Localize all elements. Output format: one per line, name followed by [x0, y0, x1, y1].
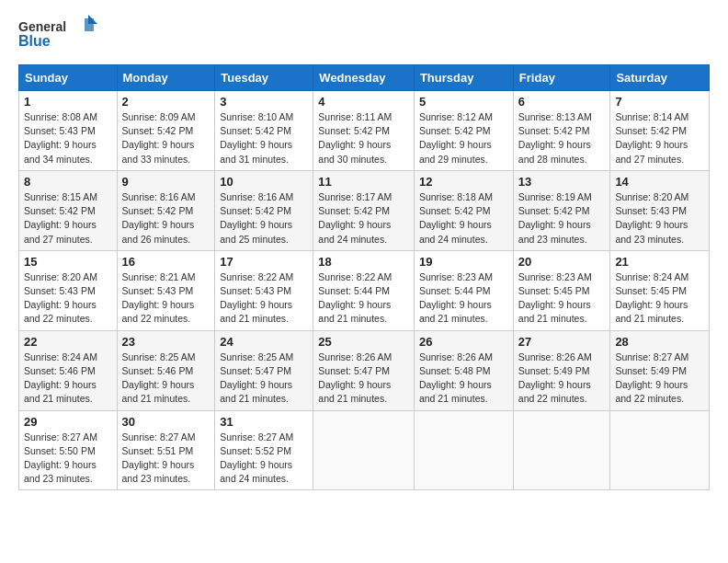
- day-info: Sunrise: 8:27 AMSunset: 5:49 PMDaylight:…: [615, 350, 704, 407]
- calendar-week-2: 8Sunrise: 8:15 AMSunset: 5:42 PMDaylight…: [19, 170, 710, 250]
- calendar-cell: [414, 410, 513, 490]
- day-number: 15: [24, 255, 112, 269]
- calendar-cell: 3Sunrise: 8:10 AMSunset: 5:42 PMDaylight…: [215, 91, 313, 171]
- day-info: Sunrise: 8:20 AMSunset: 5:43 PMDaylight:…: [615, 190, 704, 247]
- day-number: 11: [318, 175, 409, 189]
- calendar-cell: 10Sunrise: 8:16 AMSunset: 5:42 PMDayligh…: [215, 170, 313, 250]
- day-number: 12: [419, 175, 508, 189]
- logo-area: General Blue: [18, 15, 101, 55]
- calendar-cell: 19Sunrise: 8:23 AMSunset: 5:44 PMDayligh…: [414, 250, 513, 330]
- day-number: 22: [24, 335, 112, 349]
- calendar-cell: 8Sunrise: 8:15 AMSunset: 5:42 PMDaylight…: [19, 170, 118, 250]
- day-info: Sunrise: 8:17 AMSunset: 5:42 PMDaylight:…: [318, 190, 409, 247]
- day-info: Sunrise: 8:26 AMSunset: 5:48 PMDaylight:…: [419, 350, 508, 407]
- calendar-cell: 30Sunrise: 8:27 AMSunset: 5:51 PMDayligh…: [117, 410, 215, 490]
- day-info: Sunrise: 8:14 AMSunset: 5:42 PMDaylight:…: [615, 110, 704, 167]
- day-number: 4: [318, 95, 409, 109]
- calendar-header-row: SundayMondayTuesdayWednesdayThursdayFrid…: [19, 65, 710, 91]
- day-info: Sunrise: 8:26 AMSunset: 5:49 PMDaylight:…: [518, 350, 606, 407]
- day-info: Sunrise: 8:09 AMSunset: 5:42 PMDaylight:…: [122, 110, 210, 167]
- svg-marker-3: [88, 15, 97, 24]
- calendar-cell: 2Sunrise: 8:09 AMSunset: 5:42 PMDaylight…: [117, 91, 215, 171]
- day-info: Sunrise: 8:27 AMSunset: 5:51 PMDaylight:…: [122, 431, 210, 487]
- day-number: 29: [24, 415, 112, 429]
- svg-text:General: General: [18, 19, 66, 34]
- day-number: 16: [122, 255, 210, 269]
- day-info: Sunrise: 8:16 AMSunset: 5:42 PMDaylight:…: [220, 190, 308, 247]
- day-info: Sunrise: 8:25 AMSunset: 5:46 PMDaylight:…: [122, 350, 210, 407]
- calendar-cell: 29Sunrise: 8:27 AMSunset: 5:50 PMDayligh…: [19, 410, 118, 490]
- day-header-friday: Friday: [513, 65, 610, 91]
- day-number: 10: [220, 175, 308, 189]
- day-info: Sunrise: 8:26 AMSunset: 5:47 PMDaylight:…: [318, 350, 409, 407]
- calendar-cell: 15Sunrise: 8:20 AMSunset: 5:43 PMDayligh…: [19, 250, 118, 330]
- day-number: 17: [220, 255, 308, 269]
- day-info: Sunrise: 8:24 AMSunset: 5:45 PMDaylight:…: [615, 270, 704, 327]
- calendar-cell: 11Sunrise: 8:17 AMSunset: 5:42 PMDayligh…: [313, 170, 415, 250]
- day-info: Sunrise: 8:16 AMSunset: 5:42 PMDaylight:…: [122, 190, 210, 247]
- calendar-cell: 7Sunrise: 8:14 AMSunset: 5:42 PMDaylight…: [610, 91, 710, 171]
- day-header-saturday: Saturday: [610, 65, 710, 91]
- day-info: Sunrise: 8:19 AMSunset: 5:42 PMDaylight:…: [518, 190, 606, 247]
- calendar-cell: [513, 410, 610, 490]
- day-number: 14: [615, 175, 704, 189]
- calendar-cell: 1Sunrise: 8:08 AMSunset: 5:43 PMDaylight…: [19, 91, 118, 171]
- day-number: 5: [419, 95, 508, 109]
- day-info: Sunrise: 8:08 AMSunset: 5:43 PMDaylight:…: [24, 110, 112, 167]
- day-header-tuesday: Tuesday: [215, 65, 313, 91]
- calendar-cell: 23Sunrise: 8:25 AMSunset: 5:46 PMDayligh…: [117, 330, 215, 410]
- page: General Blue SundayMondayTuesdayWednesda…: [0, 0, 728, 505]
- day-number: 30: [122, 415, 210, 429]
- day-info: Sunrise: 8:11 AMSunset: 5:42 PMDaylight:…: [318, 110, 409, 167]
- day-header-wednesday: Wednesday: [313, 65, 415, 91]
- day-number: 8: [24, 175, 112, 189]
- general-blue-logo: General Blue: [18, 15, 101, 55]
- day-info: Sunrise: 8:15 AMSunset: 5:42 PMDaylight:…: [24, 190, 112, 247]
- day-number: 2: [122, 95, 210, 109]
- day-info: Sunrise: 8:18 AMSunset: 5:42 PMDaylight:…: [419, 190, 508, 247]
- calendar-cell: 16Sunrise: 8:21 AMSunset: 5:43 PMDayligh…: [117, 250, 215, 330]
- day-info: Sunrise: 8:22 AMSunset: 5:44 PMDaylight:…: [318, 270, 409, 327]
- day-number: 28: [615, 335, 704, 349]
- header: General Blue: [18, 15, 710, 55]
- day-header-monday: Monday: [117, 65, 215, 91]
- calendar-cell: 24Sunrise: 8:25 AMSunset: 5:47 PMDayligh…: [215, 330, 313, 410]
- calendar-cell: 13Sunrise: 8:19 AMSunset: 5:42 PMDayligh…: [513, 170, 610, 250]
- day-number: 1: [24, 95, 112, 109]
- day-number: 18: [318, 255, 409, 269]
- calendar-cell: 5Sunrise: 8:12 AMSunset: 5:42 PMDaylight…: [414, 91, 513, 171]
- day-info: Sunrise: 8:12 AMSunset: 5:42 PMDaylight:…: [419, 110, 508, 167]
- calendar-cell: 31Sunrise: 8:27 AMSunset: 5:52 PMDayligh…: [215, 410, 313, 490]
- day-info: Sunrise: 8:23 AMSunset: 5:44 PMDaylight:…: [419, 270, 508, 327]
- day-info: Sunrise: 8:21 AMSunset: 5:43 PMDaylight:…: [122, 270, 210, 327]
- day-number: 7: [615, 95, 704, 109]
- day-info: Sunrise: 8:25 AMSunset: 5:47 PMDaylight:…: [220, 350, 308, 407]
- day-info: Sunrise: 8:22 AMSunset: 5:43 PMDaylight:…: [220, 270, 308, 327]
- day-info: Sunrise: 8:20 AMSunset: 5:43 PMDaylight:…: [24, 270, 112, 327]
- calendar-cell: 27Sunrise: 8:26 AMSunset: 5:49 PMDayligh…: [513, 330, 610, 410]
- calendar-cell: 28Sunrise: 8:27 AMSunset: 5:49 PMDayligh…: [610, 330, 710, 410]
- day-number: 31: [220, 415, 308, 429]
- day-header-sunday: Sunday: [19, 65, 118, 91]
- calendar-cell: 21Sunrise: 8:24 AMSunset: 5:45 PMDayligh…: [610, 250, 710, 330]
- day-info: Sunrise: 8:23 AMSunset: 5:45 PMDaylight:…: [518, 270, 606, 327]
- day-info: Sunrise: 8:13 AMSunset: 5:42 PMDaylight:…: [518, 110, 606, 167]
- calendar-cell: 22Sunrise: 8:24 AMSunset: 5:46 PMDayligh…: [19, 330, 118, 410]
- calendar-cell: 18Sunrise: 8:22 AMSunset: 5:44 PMDayligh…: [313, 250, 415, 330]
- day-number: 26: [419, 335, 508, 349]
- calendar-week-4: 22Sunrise: 8:24 AMSunset: 5:46 PMDayligh…: [19, 330, 710, 410]
- day-number: 3: [220, 95, 308, 109]
- calendar-cell: [313, 410, 415, 490]
- day-number: 25: [318, 335, 409, 349]
- day-number: 21: [615, 255, 704, 269]
- day-number: 27: [518, 335, 606, 349]
- calendar-cell: 20Sunrise: 8:23 AMSunset: 5:45 PMDayligh…: [513, 250, 610, 330]
- day-number: 19: [419, 255, 508, 269]
- calendar-week-3: 15Sunrise: 8:20 AMSunset: 5:43 PMDayligh…: [19, 250, 710, 330]
- day-number: 13: [518, 175, 606, 189]
- calendar-week-1: 1Sunrise: 8:08 AMSunset: 5:43 PMDaylight…: [19, 91, 710, 171]
- calendar-cell: 17Sunrise: 8:22 AMSunset: 5:43 PMDayligh…: [215, 250, 313, 330]
- calendar-cell: 4Sunrise: 8:11 AMSunset: 5:42 PMDaylight…: [313, 91, 415, 171]
- day-info: Sunrise: 8:24 AMSunset: 5:46 PMDaylight:…: [24, 350, 112, 407]
- day-number: 20: [518, 255, 606, 269]
